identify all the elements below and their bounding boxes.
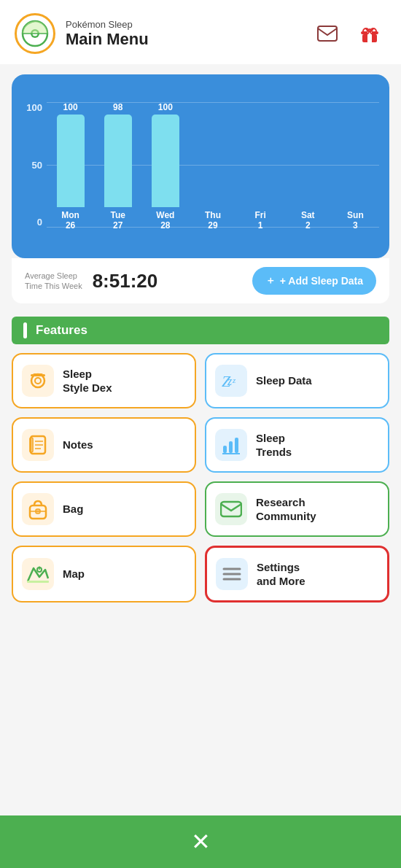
chart-bars-container: 100 Mon26 98 Tue27 100 Wed28 [47, 102, 379, 248]
close-button[interactable]: ✕ [191, 828, 211, 856]
sleep-trends-label: SleepTrends [256, 431, 292, 460]
svg-rect-34 [27, 581, 49, 583]
header-left: Pokémon Sleep Main Menu [15, 13, 149, 54]
header-title-block: Pokémon Sleep Main Menu [66, 19, 149, 49]
svg-rect-26 [235, 438, 238, 453]
chart-y-axis: 100 50 0 [22, 102, 42, 248]
feature-card-sleep-trends[interactable]: SleepTrends [205, 417, 389, 473]
feature-card-bag[interactable]: Bag [12, 481, 196, 537]
day-label-thu: Thu29 [205, 207, 221, 228]
day-label-sun: Sun3 [347, 207, 364, 228]
sleep-style-dex-icon [22, 365, 54, 397]
day-label-fri: Fri1 [254, 207, 265, 228]
sleep-chart: 100 50 0 100 Mon26 98 [12, 74, 389, 258]
research-community-label: ResearchCommunity [256, 495, 316, 524]
bar-value-wed: 100 [158, 102, 173, 112]
bag-icon [22, 493, 54, 525]
day-label-sat: Sat2 [301, 207, 315, 228]
chart-col-sun: 0 Sun3 [332, 102, 379, 228]
chart-col-thu: 0 Thu29 [189, 102, 236, 228]
bar-value-tue: 98 [113, 102, 122, 112]
sleep-data-icon: Z z z [215, 365, 247, 397]
settings-and-more-label: Settingsand More [257, 560, 305, 589]
main-menu-title: Main Menu [66, 30, 149, 49]
bar-wed [152, 115, 179, 207]
bar-wrapper-thu: 0 [189, 102, 236, 207]
feature-card-map[interactable]: Map [12, 546, 196, 602]
features-title: Features [36, 323, 87, 338]
add-sleep-plus: ＋ [265, 274, 276, 287]
app-name: Pokémon Sleep [66, 19, 149, 30]
svg-text:z: z [232, 376, 236, 384]
bar-wrapper-sat: 0 [284, 102, 332, 207]
features-grid: SleepStyle Dex Z z z Sleep Data Notes [12, 353, 389, 602]
y-label-100: 100 [22, 102, 42, 113]
feature-card-research-community[interactable]: ResearchCommunity [205, 481, 389, 537]
svg-rect-25 [229, 441, 233, 453]
day-label-tue: Tue27 [110, 207, 125, 228]
features-header: Features [12, 317, 389, 344]
chart-col-fri: 0 Fri1 [237, 102, 284, 228]
feature-card-notes[interactable]: Notes [12, 417, 196, 473]
bar-value-mon: 100 [63, 102, 78, 112]
research-community-icon [215, 493, 247, 525]
map-label: Map [63, 567, 85, 581]
mail-icon [317, 26, 338, 42]
close-icon: ✕ [191, 829, 211, 855]
map-icon [22, 558, 54, 590]
svg-rect-4 [318, 26, 337, 41]
bar-mon [57, 115, 85, 207]
bar-wrapper-mon: 100 [47, 102, 94, 207]
feature-card-sleep-data[interactable]: Z z z Sleep Data [205, 353, 389, 408]
svg-rect-32 [221, 502, 241, 516]
svg-rect-13 [31, 374, 34, 376]
chart-area: 100 50 0 100 Mon26 98 [22, 88, 379, 248]
bar-wrapper-sun: 0 [332, 102, 379, 207]
mail-button[interactable] [311, 17, 344, 50]
y-label-0: 0 [22, 217, 42, 228]
bar-wrapper-wed: 100 [141, 102, 189, 207]
features-header-bar [23, 322, 27, 338]
bottom-bar: ✕ [0, 815, 401, 868]
bar-tue [104, 115, 132, 207]
svg-rect-24 [223, 446, 227, 453]
pokeball-icon [15, 13, 55, 54]
add-sleep-label: + Add Sleep Data [280, 275, 363, 287]
notes-label: Notes [63, 438, 93, 452]
svg-rect-14 [42, 374, 45, 376]
gift-icon [359, 23, 380, 44]
avg-sleep-value: 8:51:20 [93, 270, 242, 292]
avg-sleep-row: Average SleepTime This Week 8:51:20 ＋ + … [12, 258, 389, 303]
bar-wrapper-tue: 98 [94, 102, 141, 207]
add-sleep-button[interactable]: ＋ + Add Sleep Data [252, 267, 376, 295]
bar-wrapper-fri: 0 [237, 102, 284, 207]
gift-button[interactable] [353, 17, 386, 50]
header: Pokémon Sleep Main Menu [0, 0, 401, 64]
notes-icon [22, 429, 54, 461]
chart-col-sat: 0 Sat2 [284, 102, 332, 228]
chart-col-mon: 100 Mon26 [47, 102, 94, 228]
feature-card-settings-and-more[interactable]: Settingsand More [205, 546, 389, 602]
pokeball-svg [21, 20, 49, 47]
sleep-data-label: Sleep Data [256, 373, 312, 388]
svg-point-11 [35, 378, 41, 384]
svg-text:z: z [227, 375, 233, 387]
day-label-wed: Wed28 [156, 207, 174, 228]
sleep-style-dex-label: SleepStyle Dex [63, 367, 112, 395]
chart-col-tue: 98 Tue27 [94, 102, 141, 228]
sleep-trends-icon [215, 429, 247, 461]
chart-col-wed: 100 Wed28 [141, 102, 189, 228]
avg-sleep-label: Average SleepTime This Week [25, 271, 82, 292]
header-icons [311, 17, 386, 50]
svg-rect-12 [33, 373, 43, 376]
day-label-mon: Mon26 [61, 207, 79, 228]
feature-card-sleep-style-dex[interactable]: SleepStyle Dex [12, 353, 196, 408]
y-label-50: 50 [22, 160, 42, 171]
bag-label: Bag [63, 502, 83, 516]
settings-and-more-icon [216, 558, 248, 590]
